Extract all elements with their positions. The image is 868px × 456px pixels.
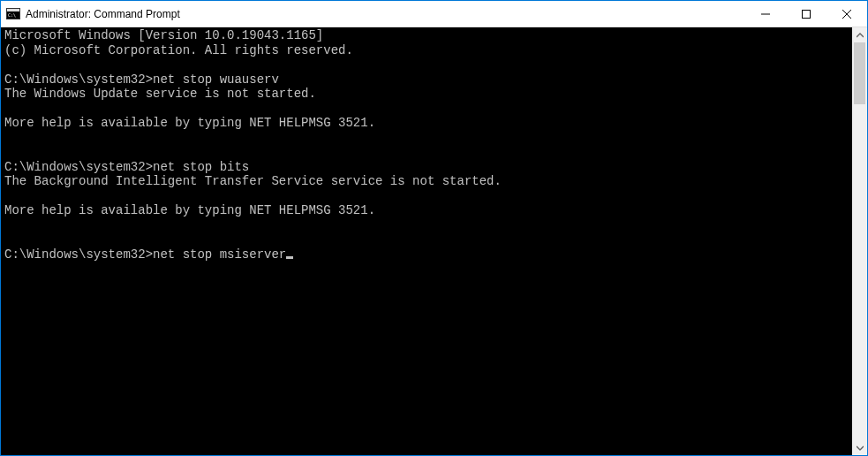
output-line: Microsoft Windows [Version 10.0.19043.11… <box>4 28 852 43</box>
terminal-area: Microsoft Windows [Version 10.0.19043.11… <box>1 27 867 455</box>
command-text: net stop msiserver <box>153 247 286 262</box>
scroll-thumb[interactable] <box>854 42 865 104</box>
blank-line <box>4 102 852 117</box>
prompt: C:\Windows\system32> <box>4 160 153 174</box>
titlebar[interactable]: C:\ Administrator: Command Prompt <box>1 1 867 27</box>
cursor-icon <box>286 256 293 259</box>
blank-line <box>4 57 852 72</box>
prompt-line: C:\Windows\system32>net stop wuauserv <box>4 72 852 87</box>
command-text: net stop wuauserv <box>153 72 279 87</box>
output-line: More help is available by typing NET HEL… <box>4 116 852 131</box>
cmd-window: C:\ Administrator: Command Prompt Micros… <box>0 0 868 456</box>
close-button[interactable] <box>826 1 867 27</box>
blank-line <box>4 232 852 247</box>
window-title: Administrator: Command Prompt <box>26 8 180 20</box>
blank-line <box>4 218 852 233</box>
svg-text:C:\: C:\ <box>8 12 16 18</box>
svg-rect-1 <box>7 9 19 11</box>
vertical-scrollbar[interactable] <box>852 27 867 455</box>
scroll-down-button[interactable] <box>852 440 867 455</box>
cmd-icon: C:\ <box>6 7 20 21</box>
output-line: More help is available by typing NET HEL… <box>4 203 852 218</box>
output-line: (c) Microsoft Corporation. All rights re… <box>4 43 852 58</box>
blank-line <box>4 145 852 160</box>
prompt: C:\Windows\system32> <box>4 247 153 262</box>
blank-line <box>4 189 852 204</box>
prompt-line: C:\Windows\system32>net stop msiserver <box>4 247 852 262</box>
svg-rect-5 <box>803 10 811 18</box>
command-text: net stop bits <box>153 160 249 174</box>
output-line: The Background Intelligent Transfer Serv… <box>4 174 852 189</box>
scroll-up-button[interactable] <box>852 27 867 42</box>
prompt-line: C:\Windows\system32>net stop bits <box>4 160 852 175</box>
minimize-button[interactable] <box>745 1 786 27</box>
terminal-output[interactable]: Microsoft Windows [Version 10.0.19043.11… <box>1 27 852 455</box>
output-line: The Windows Update service is not starte… <box>4 87 852 102</box>
prompt: C:\Windows\system32> <box>4 72 153 87</box>
blank-line <box>4 131 852 146</box>
maximize-button[interactable] <box>786 1 826 27</box>
